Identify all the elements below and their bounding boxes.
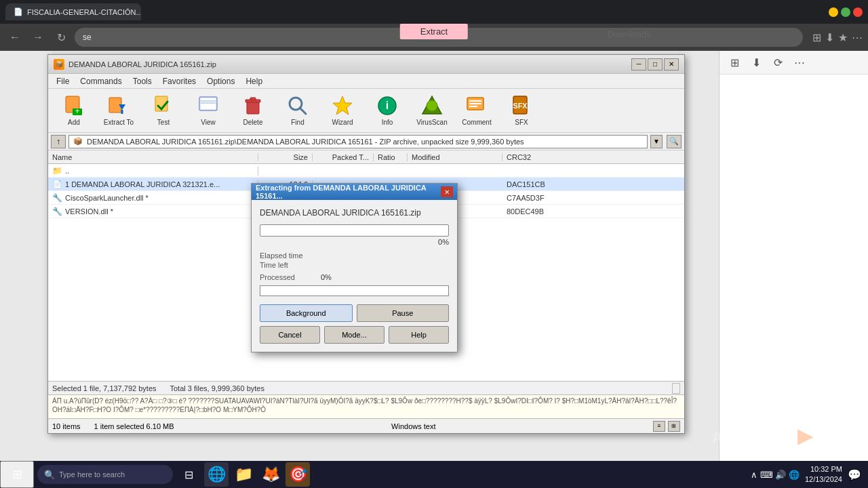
- dialog-buttons-row1: Background Pause: [260, 304, 449, 322]
- dialog-close-button[interactable]: ✕: [441, 186, 453, 197]
- col-size-header[interactable]: Size: [258, 153, 313, 161]
- pause-button[interactable]: Pause: [357, 304, 450, 322]
- browser-tab[interactable]: 📄 FISCALIA-GENERAL-CITACIÓN...: [5, 3, 141, 20]
- dialog-buttons-row2: Cancel Mode... Help: [260, 326, 449, 344]
- toolbar-comment[interactable]: Comment: [455, 91, 498, 130]
- menu-favorites[interactable]: Favorites: [157, 75, 201, 87]
- refresh-button[interactable]: ↻: [52, 28, 71, 47]
- taskbar-app-edge[interactable]: 🌐: [204, 462, 229, 487]
- svg-point-20: [427, 100, 437, 111]
- table-row[interactable]: 📁..: [48, 164, 684, 178]
- taskbar-clock: 10:32 PM 12/13/2024: [805, 464, 842, 485]
- menu-help[interactable]: Help: [240, 75, 268, 87]
- col-ratio-header[interactable]: Ratio: [374, 153, 408, 161]
- extract-to-icon: [108, 95, 130, 117]
- rp-btn-3[interactable]: ⟳: [768, 53, 787, 72]
- extract-button-header[interactable]: Extract: [400, 24, 468, 39]
- taskbar-search[interactable]: 🔍 Type here to search: [37, 465, 173, 484]
- menu-file[interactable]: File: [51, 75, 75, 87]
- winrar-minimize-button[interactable]: ─: [631, 58, 646, 70]
- toolbar-sfx[interactable]: SFX SFX: [500, 91, 543, 130]
- winrar-title-text: DEMANDA LABORAL JURIDICA 165161.zip: [68, 60, 216, 68]
- taskbar-apps: 🌐 📁 🦊 🎯: [204, 462, 310, 487]
- tray-icons: ∧ ⌨ 🔊 🌐: [751, 470, 800, 480]
- toolbar-add[interactable]: + Add: [52, 91, 96, 130]
- minimize-button[interactable]: [829, 7, 838, 17]
- menu-options[interactable]: Options: [201, 75, 240, 87]
- rp-btn-4[interactable]: ⋯: [790, 53, 809, 72]
- file-icon: 📄: [52, 180, 62, 189]
- col-packed-header[interactable]: Packed T...: [313, 153, 374, 161]
- notification-icon[interactable]: 💬: [848, 468, 861, 481]
- toolbar-find[interactable]: Find: [276, 91, 319, 130]
- right-panel: ⊞ ⬇ ⟳ ⋯: [719, 51, 868, 461]
- dialog-content: DEMANDA LABORAL JURIDICA 165161.zip 0% E…: [252, 200, 457, 352]
- forward-button[interactable]: →: [28, 28, 47, 47]
- time-left-row: Time left: [260, 261, 449, 269]
- browser-window: 📄 FISCALIA-GENERAL-CITACIÓN... ← → ↻ se …: [0, 0, 868, 461]
- timeleft-value: [321, 261, 449, 269]
- addr-dropdown-btn[interactable]: ▼: [650, 135, 663, 148]
- list-view-button[interactable]: ≡: [653, 421, 665, 432]
- taskbar-app-explorer[interactable]: 📁: [231, 462, 256, 487]
- toolbar-wizard[interactable]: Wizard: [321, 91, 364, 130]
- toolbar-view[interactable]: View: [186, 91, 230, 130]
- address-text: se: [83, 33, 92, 42]
- maximize-button[interactable]: [841, 7, 850, 17]
- clock-date: 12/13/2024: [805, 474, 842, 485]
- elapsed-value: [321, 251, 449, 260]
- info-label: Info: [382, 119, 393, 126]
- view-icon: [197, 95, 219, 117]
- task-view-button[interactable]: ⊟: [176, 462, 201, 487]
- scrollbar-v[interactable]: [672, 383, 680, 394]
- menu-tools[interactable]: Tools: [127, 75, 157, 87]
- hex-text-area: ÁΠ u.A?úΠûr(D? éz(H9ö□?? A?À□ □?③□ é? ??…: [48, 394, 684, 418]
- folder-up-icon: 📁: [52, 166, 62, 176]
- bookmark-button[interactable]: ★: [838, 31, 848, 44]
- browser-toolbar: ← → ↻ se ⊞ ⬇ ★ ⋯ Extract Downloads: [0, 24, 868, 51]
- toolbar-virusscan[interactable]: VirusScan: [410, 91, 454, 130]
- start-button[interactable]: ⊞: [0, 461, 34, 488]
- mode-button[interactable]: Mode...: [324, 326, 384, 344]
- test-icon: [153, 95, 174, 117]
- toolbar-extract-to[interactable]: Extract To: [97, 91, 140, 130]
- selected-info: 1 item selected 6.10 MB: [94, 422, 174, 430]
- dialog-titlebar: Extracting from DEMANDA LABORAL JURIDICA…: [252, 184, 457, 200]
- extract-to-label: Extract To: [104, 119, 134, 126]
- winrar-close-button[interactable]: ✕: [664, 58, 679, 70]
- extract-dialog: Extracting from DEMANDA LABORAL JURIDICA…: [251, 183, 458, 352]
- help-button[interactable]: Help: [389, 326, 449, 344]
- close-button[interactable]: [853, 7, 863, 17]
- svg-rect-8: [201, 98, 216, 109]
- rp-btn-1[interactable]: ⊞: [725, 53, 744, 72]
- toolbar-delete[interactable]: Delete: [231, 91, 275, 130]
- rp-btn-2[interactable]: ⬇: [747, 53, 766, 72]
- menu-commands[interactable]: Commands: [75, 75, 127, 87]
- extensions-button[interactable]: ⊞: [812, 31, 821, 44]
- background-button[interactable]: Background: [260, 304, 353, 322]
- winrar-up-button[interactable]: ↑: [51, 135, 66, 148]
- col-crc32-header[interactable]: CRC32: [502, 153, 564, 161]
- more-button[interactable]: ⋯: [852, 31, 863, 44]
- total-status: Total 3 files, 9,999,360 bytes: [170, 384, 264, 392]
- winrar-maximize-button[interactable]: □: [648, 58, 663, 70]
- winrar-statusbar1: Selected 1 file, 7,137,792 bytes Total 3…: [48, 381, 684, 394]
- back-button[interactable]: ←: [5, 28, 24, 47]
- svg-text:+: +: [75, 106, 79, 116]
- toolbar-info[interactable]: i Info: [366, 91, 409, 130]
- winrar-toolbar: + Add Extract To: [48, 89, 684, 133]
- addr-scroll-up-btn[interactable]: 🔍: [667, 135, 682, 148]
- col-modified-header[interactable]: Modified: [408, 153, 502, 161]
- find-label: Find: [291, 119, 304, 126]
- processed-pct: 0%: [321, 273, 332, 281]
- detail-view-button[interactable]: ⊞: [668, 421, 680, 432]
- taskbar-app-extra[interactable]: 🎯: [285, 462, 310, 487]
- winrar-bottom-bar: 10 items 1 item selected 6.10 MB Windows…: [48, 418, 684, 433]
- taskbar-app-firefox[interactable]: 🦊: [258, 462, 283, 487]
- col-name-header[interactable]: Name: [48, 153, 258, 161]
- downloads-button[interactable]: ⬇: [825, 31, 834, 44]
- cancel-button[interactable]: Cancel: [260, 326, 320, 344]
- browser-content: ⊞ ⬇ ⟳ ⋯ 📦 DEMANDA LABORAL JURIDICA 16516…: [0, 51, 868, 461]
- toolbar-test[interactable]: Test: [142, 91, 185, 130]
- winrar-icon: 📦: [54, 59, 64, 70]
